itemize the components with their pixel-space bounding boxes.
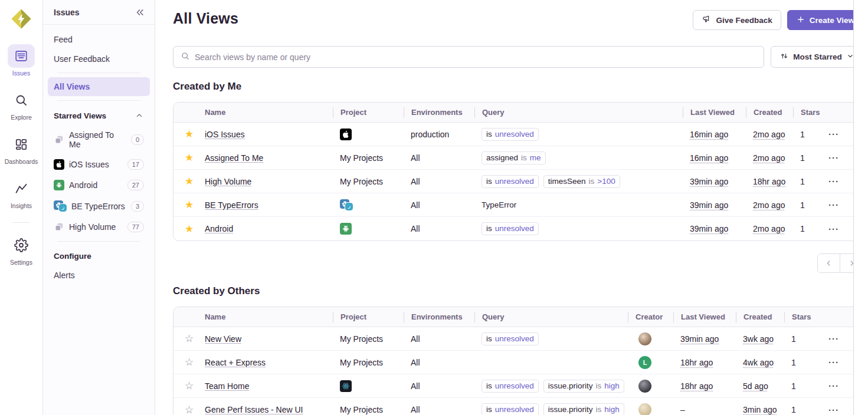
query-token: issue.priority <box>548 381 593 390</box>
view-name-link[interactable]: iOS Issues <box>205 130 245 139</box>
star-filled-icon[interactable]: ★ <box>173 153 205 163</box>
row-menu-button[interactable]: ··· <box>828 334 839 344</box>
star-filled-icon[interactable]: ★ <box>173 200 205 210</box>
project-label: My Projects <box>340 405 383 414</box>
sidebar-item-user-feedback[interactable]: User Feedback <box>48 50 150 68</box>
rail-item-explore[interactable]: Explore <box>8 88 35 121</box>
timestamp: – <box>680 405 685 414</box>
row-menu-button[interactable]: ··· <box>828 357 839 367</box>
apple-icon <box>340 129 352 140</box>
stars-count: 1 <box>800 200 805 210</box>
table-row: ★iOS Issuesproductionisunresolved16min a… <box>173 123 863 146</box>
timestamp: 39min ago <box>690 177 728 186</box>
sidebar-item-alerts[interactable]: Alerts <box>48 266 150 285</box>
project-label: My Projects <box>340 334 383 344</box>
view-name-link[interactable]: Assigned To Me <box>205 153 263 163</box>
sidebar-item-feed[interactable]: Feed <box>48 30 150 49</box>
collapse-sidebar-icon[interactable] <box>135 7 145 18</box>
stars-count: 1 <box>791 381 796 391</box>
star-filled-icon[interactable]: ★ <box>173 224 205 234</box>
environments-cell: production <box>411 130 482 139</box>
timestamp: 2mo ago <box>753 200 785 210</box>
row-menu-button[interactable]: ··· <box>828 405 839 415</box>
environment-label: All <box>411 358 420 367</box>
starred-views-label: Starred Views <box>54 111 106 120</box>
column-header-environments: Environments <box>404 107 482 118</box>
table-row: ★Assigned To MeMy ProjectsAllassignedism… <box>173 146 863 170</box>
project-label: My Projects <box>340 177 383 186</box>
view-name-link[interactable]: High Volume <box>205 177 251 186</box>
sidebar-item-all-views[interactable]: All Views <box>48 77 150 96</box>
star-filled-icon[interactable]: ★ <box>173 176 205 186</box>
row-menu-cell: ··· <box>828 334 849 344</box>
project-cell: My Projects <box>340 153 411 163</box>
star-outline-icon[interactable]: ☆ <box>173 381 205 391</box>
sidebar-item-high-volume[interactable]: High Volume77 <box>48 217 150 237</box>
column-header-query: Query <box>474 312 635 322</box>
query-cell: isunresolved <box>482 222 690 235</box>
sidebar-item-ios-issues[interactable]: iOS Issues17 <box>48 154 150 174</box>
pagination-prev-button[interactable] <box>818 254 840 272</box>
query-token: TypeError <box>482 200 516 209</box>
view-name-link[interactable]: React + Express <box>205 358 266 367</box>
android-icon <box>54 180 64 190</box>
create-view-button[interactable]: Create View <box>787 10 863 30</box>
query-token: is <box>486 405 492 414</box>
sentry-logo[interactable] <box>10 8 32 30</box>
rail-item-insights[interactable]: Insights <box>8 177 35 209</box>
starred-views-section-header[interactable]: Starred Views <box>48 105 150 125</box>
query-token-chip: issue.priorityishigh <box>543 403 624 415</box>
row-menu-button[interactable]: ··· <box>828 153 839 163</box>
last-viewed-cell: 39min ago <box>690 177 753 186</box>
sidebar-item-label: Alerts <box>54 271 144 280</box>
rail-item-settings[interactable]: Settings <box>8 233 35 266</box>
row-menu-button[interactable]: ··· <box>828 381 839 391</box>
star-outline-icon[interactable]: ☆ <box>173 334 205 344</box>
row-menu-button[interactable]: ··· <box>828 176 839 186</box>
search-input[interactable] <box>195 52 756 62</box>
row-menu-button[interactable]: ··· <box>828 224 839 234</box>
project-cell: My Projects <box>340 405 411 414</box>
sidebar-item-assigned-to-me[interactable]: Assigned To Me0 <box>48 126 150 154</box>
row-menu-button[interactable]: ··· <box>828 200 839 210</box>
star-filled-icon[interactable]: ★ <box>173 129 205 139</box>
star-outline-icon[interactable]: ☆ <box>173 405 205 415</box>
project-cell <box>340 223 411 235</box>
stars-count: 1 <box>791 358 796 367</box>
view-name-link[interactable]: Team Home <box>205 381 249 391</box>
rail-divider <box>12 222 30 223</box>
view-name-link[interactable]: Android <box>205 224 233 233</box>
project-label: My Projects <box>340 153 383 163</box>
query-token: timesSeen <box>548 177 586 186</box>
environments-cell: All <box>411 358 482 367</box>
sidebar-item-be-typeerrors[interactable]: BE TypeErrors3 <box>48 196 150 216</box>
toolbar: Most Starred <box>173 46 863 68</box>
table-header-row: NameProjectEnvironmentsQueryLast ViewedC… <box>173 103 863 123</box>
view-name-link[interactable]: Gene Perf Issues - New UI <box>205 405 303 414</box>
created-cell: 2mo ago <box>753 200 800 210</box>
stars-count-cell: 1 <box>800 224 828 233</box>
view-name-link[interactable]: New View <box>205 334 241 344</box>
give-feedback-button[interactable]: Give Feedback <box>693 10 781 30</box>
query-token: high <box>604 405 620 414</box>
query-token: high <box>604 381 620 390</box>
sidebar-item-android[interactable]: Android27 <box>48 175 150 195</box>
rail-item-issues[interactable]: Issues <box>8 44 35 77</box>
scrollbar-track[interactable] <box>853 0 868 415</box>
table-row: ☆New ViewMy ProjectsAllisunresolved39min… <box>173 327 863 351</box>
view-name-link[interactable]: BE TypeErrors <box>205 200 258 210</box>
page-title: All Views <box>173 10 238 27</box>
stars-count: 1 <box>791 405 796 414</box>
page-header: All Views Give Feedback Create View <box>173 0 863 30</box>
created-cell: 3wk ago <box>743 334 791 344</box>
star-outline-icon[interactable]: ☆ <box>173 357 205 367</box>
query-token-chip: isunresolved <box>482 175 539 188</box>
stars-count-cell: 1 <box>791 334 828 344</box>
configure-label: Configure <box>54 252 91 261</box>
sort-dropdown[interactable]: Most Starred <box>771 46 863 68</box>
chevron-up-icon[interactable] <box>135 111 144 120</box>
row-menu-button[interactable]: ··· <box>828 129 839 139</box>
last-viewed-cell: 39min ago <box>680 334 743 344</box>
avatar <box>638 380 651 393</box>
rail-item-dashboards[interactable]: Dashboards <box>5 133 38 165</box>
